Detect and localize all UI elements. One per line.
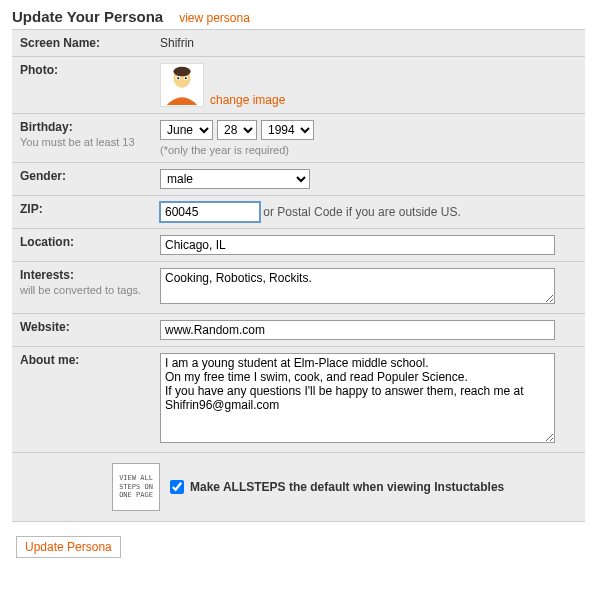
change-image-link[interactable]: change image (210, 93, 285, 107)
allsteps-label: Make ALLSTEPS the default when viewing I… (190, 480, 504, 494)
birthday-note: (*only the year is required) (160, 144, 577, 156)
website-input[interactable] (160, 320, 555, 340)
svg-point-6 (185, 77, 187, 79)
photo-label: Photo: (20, 63, 58, 77)
location-label: Location: (20, 235, 74, 249)
svg-point-2 (173, 67, 190, 77)
gender-label: Gender: (20, 169, 66, 183)
page-title: Update Your Persona (12, 8, 163, 25)
birthday-year-select[interactable]: 1994 (261, 120, 314, 140)
svg-point-4 (177, 77, 179, 79)
interests-textarea[interactable] (160, 268, 555, 304)
location-input[interactable] (160, 235, 555, 255)
gender-select[interactable]: male (160, 169, 310, 189)
birthday-label: Birthday: (20, 120, 73, 134)
birthday-month-select[interactable]: June (160, 120, 213, 140)
interests-label: Interests: (20, 268, 74, 282)
interests-sublabel: will be converted to tags. (20, 284, 160, 296)
screen-name-value: Shifrin (160, 36, 194, 50)
allsteps-badge: VIEW ALL STEPS ON ONE PAGE (112, 463, 160, 511)
birthday-sublabel: You must be at least 13 (20, 136, 160, 148)
zip-input[interactable] (160, 202, 260, 222)
zip-hint: or Postal Code if you are outside US. (263, 205, 460, 219)
avatar-image (160, 63, 204, 107)
screen-name-label: Screen Name: (20, 36, 100, 50)
website-label: Website: (20, 320, 70, 334)
update-persona-button[interactable]: Update Persona (16, 536, 121, 558)
view-persona-link[interactable]: view persona (179, 11, 250, 25)
birthday-day-select[interactable]: 28 (217, 120, 257, 140)
zip-label: ZIP: (20, 202, 43, 216)
allsteps-checkbox[interactable] (170, 480, 184, 494)
about-textarea[interactable] (160, 353, 555, 443)
about-label: About me: (20, 353, 79, 367)
